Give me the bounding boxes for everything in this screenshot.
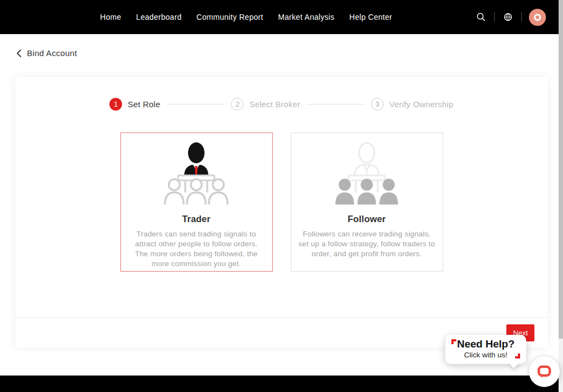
nav-divider	[521, 12, 522, 22]
follower-description: Followers can receive trading signals, s…	[291, 229, 443, 259]
follower-podium-icon	[331, 142, 402, 208]
step-2-label: Select Broker	[249, 100, 300, 109]
page-title: Bind Account	[27, 48, 77, 58]
nav-right-controls	[475, 9, 546, 26]
chat-bubble-icon	[536, 363, 553, 380]
top-navigation: Home Leaderboard Community Report Market…	[0, 0, 559, 34]
livechat-launcher-button[interactable]	[529, 356, 560, 387]
footer-bar	[0, 376, 559, 392]
back-chevron-icon	[16, 49, 21, 57]
nav-item-market-analysis[interactable]: Market Analysis	[278, 13, 335, 21]
role-card-follower[interactable]: Follower Followers can receive trading s…	[291, 132, 443, 272]
search-icon[interactable]	[475, 11, 487, 23]
role-cards: Trader Traders can send trading signals …	[15, 132, 548, 272]
corner-mark-icon	[451, 339, 456, 344]
trader-description: Traders can send trading signals to attr…	[121, 229, 272, 269]
step-connector	[307, 104, 365, 104]
step-connector	[167, 104, 224, 104]
avatar[interactable]	[529, 9, 546, 26]
step-1-label: Set Role	[128, 100, 160, 109]
bind-account-panel: 1 Set Role 2 Select Broker 3 Verify Owne…	[15, 77, 548, 347]
corner-mark-icon	[515, 354, 520, 358]
nav-item-community-report[interactable]: Community Report	[196, 13, 263, 21]
trader-title: Trader	[121, 214, 272, 224]
help-subtitle: Click with us!	[445, 351, 526, 359]
step-1-circle: 1	[109, 98, 122, 111]
bubble-tail	[509, 358, 518, 368]
follower-title: Follower	[291, 214, 443, 224]
help-title: Need Help?	[445, 339, 526, 350]
role-card-trader[interactable]: Trader Traders can send trading signals …	[120, 132, 273, 272]
main-menu: Home Leaderboard Community Report Market…	[100, 13, 392, 21]
need-help-bubble[interactable]: Need Help? Click with us!	[445, 335, 526, 364]
step-select-broker: 2 Select Broker	[231, 98, 300, 111]
globe-icon[interactable]	[502, 11, 514, 23]
step-set-role: 1 Set Role	[109, 98, 160, 111]
nav-item-leaderboard[interactable]: Leaderboard	[136, 13, 182, 21]
step-2-circle: 2	[231, 98, 244, 111]
nav-item-help-center[interactable]: Help Center	[349, 13, 392, 21]
stepper: 1 Set Role 2 Select Broker 3 Verify Owne…	[15, 98, 548, 111]
breadcrumb[interactable]: Bind Account	[16, 48, 77, 58]
nav-item-home[interactable]: Home	[100, 13, 122, 21]
trader-podium-icon	[161, 142, 232, 208]
avatar-ring-glyph	[534, 14, 541, 21]
scrollbar-track[interactable]	[559, 0, 563, 392]
scrollbar-thumb[interactable]	[559, 0, 563, 339]
step-verify-ownership: 3 Verify Ownership	[371, 98, 454, 111]
nav-divider	[494, 12, 495, 22]
step-3-label: Verify Ownership	[389, 100, 454, 109]
step-3-circle: 3	[371, 98, 384, 111]
